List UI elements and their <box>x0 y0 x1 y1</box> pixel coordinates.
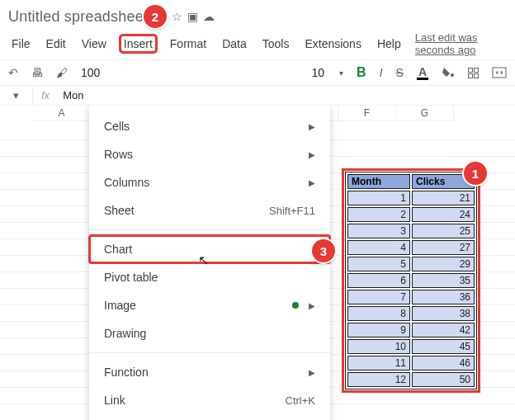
dd-checkbox[interactable]: Checkbox <box>89 414 330 420</box>
chevron-right-icon: ▶ <box>309 178 315 187</box>
table-row[interactable]: 942 <box>347 323 475 337</box>
table-row[interactable]: 1250 <box>347 372 475 387</box>
chevron-right-icon: ▶ <box>309 150 315 159</box>
separator <box>89 352 330 353</box>
chevron-right-icon: ▶ <box>309 122 315 131</box>
table-row[interactable]: 427 <box>347 240 475 255</box>
menu-data[interactable]: Data <box>220 35 248 52</box>
name-box[interactable]: ▾ <box>0 86 33 105</box>
toolbar: ↶ 🖶 🖌 100 10 ▾ B I S A <box>0 59 515 86</box>
svg-point-0 <box>451 73 454 77</box>
menu-view[interactable]: View <box>80 35 108 52</box>
menu-format[interactable]: Format <box>168 35 208 52</box>
table-row[interactable]: 838 <box>347 306 475 321</box>
menu-tools[interactable]: Tools <box>261 35 291 52</box>
annotation-1: 1 <box>464 162 487 185</box>
dd-drawing[interactable]: Drawing <box>89 319 330 347</box>
table-row[interactable]: 121 <box>347 191 475 205</box>
dd-function[interactable]: Function▶ <box>89 358 330 386</box>
fill-color-button[interactable] <box>442 66 455 79</box>
dd-pivot[interactable]: Pivot table <box>89 263 330 291</box>
new-dot-icon <box>292 302 299 309</box>
font-size-select[interactable]: 10 <box>312 66 325 79</box>
menu-file[interactable]: File <box>10 35 32 52</box>
formula-input[interactable]: Mon <box>58 86 88 105</box>
col-g[interactable]: G <box>396 106 454 121</box>
dd-link[interactable]: LinkCtrl+K <box>89 386 330 414</box>
table-row[interactable]: 325 <box>347 224 475 238</box>
svg-rect-1 <box>493 68 506 78</box>
dd-sheet[interactable]: SheetShift+F11 <box>89 196 330 224</box>
dd-cells[interactable]: Cells▶ <box>89 112 330 140</box>
table-row[interactable]: 224 <box>347 207 475 222</box>
chevron-right-icon: ▶ <box>309 368 315 377</box>
document-title[interactable]: Untitled spreadshee <box>8 8 144 26</box>
paint-format-icon[interactable]: 🖌 <box>56 66 68 79</box>
menu-extensions[interactable]: Extensions <box>303 35 362 52</box>
dd-columns[interactable]: Columns▶ <box>89 168 330 196</box>
menu-bar: File Edit View Insert Format Data Tools … <box>8 28 500 59</box>
move-icon[interactable]: ▣ <box>187 10 198 23</box>
dd-rows[interactable]: Rows▶ <box>89 140 330 168</box>
separator <box>89 229 330 230</box>
col-f[interactable]: F <box>338 106 396 121</box>
cloud-icon[interactable]: ☁ <box>203 10 215 23</box>
menu-help[interactable]: Help <box>376 35 403 52</box>
table-row[interactable]: 1045 <box>347 339 475 354</box>
italic-button[interactable]: I <box>380 66 383 79</box>
print-icon[interactable]: 🖶 <box>31 66 43 79</box>
strike-button[interactable]: S <box>396 66 404 79</box>
formula-bar: ▾ fx Mon <box>0 86 515 106</box>
annotation-2: 2 <box>144 5 167 28</box>
menu-insert[interactable]: Insert <box>120 35 156 52</box>
fx-label: fx <box>33 89 58 101</box>
table-row[interactable]: 635 <box>347 273 475 288</box>
undo-icon[interactable]: ↶ <box>8 66 18 79</box>
table-header-row: Month Clicks <box>347 174 475 189</box>
star-icon[interactable]: ☆ <box>172 10 182 23</box>
merge-button[interactable] <box>492 67 507 78</box>
table-row[interactable]: 1146 <box>347 356 475 370</box>
text-color-button[interactable]: A <box>417 66 428 80</box>
annotation-3: 3 <box>312 239 335 262</box>
font-size-chevron-icon[interactable]: ▾ <box>339 68 343 78</box>
col-a[interactable]: A <box>33 106 91 121</box>
th-month[interactable]: Month <box>347 174 410 189</box>
dd-chart[interactable]: Chart <box>89 235 330 263</box>
table-row[interactable]: 736 <box>347 290 475 304</box>
bold-button[interactable]: B <box>357 65 366 80</box>
cursor-icon: ↖ <box>198 252 209 268</box>
selected-data-table[interactable]: Month Clicks 121 224 325 427 529 635 736… <box>345 172 477 389</box>
table-row[interactable]: 529 <box>347 257 475 271</box>
last-edit-link[interactable]: Last edit was seconds ago <box>415 31 500 56</box>
borders-button[interactable] <box>468 68 479 78</box>
menu-edit[interactable]: Edit <box>45 35 68 52</box>
dd-image[interactable]: Image▶ <box>89 291 330 319</box>
insert-dropdown: Cells▶ Rows▶ Columns▶ SheetShift+F11 Cha… <box>89 106 330 420</box>
zoom-select[interactable]: 100 <box>81 66 100 79</box>
chevron-right-icon: ▶ <box>309 301 315 310</box>
